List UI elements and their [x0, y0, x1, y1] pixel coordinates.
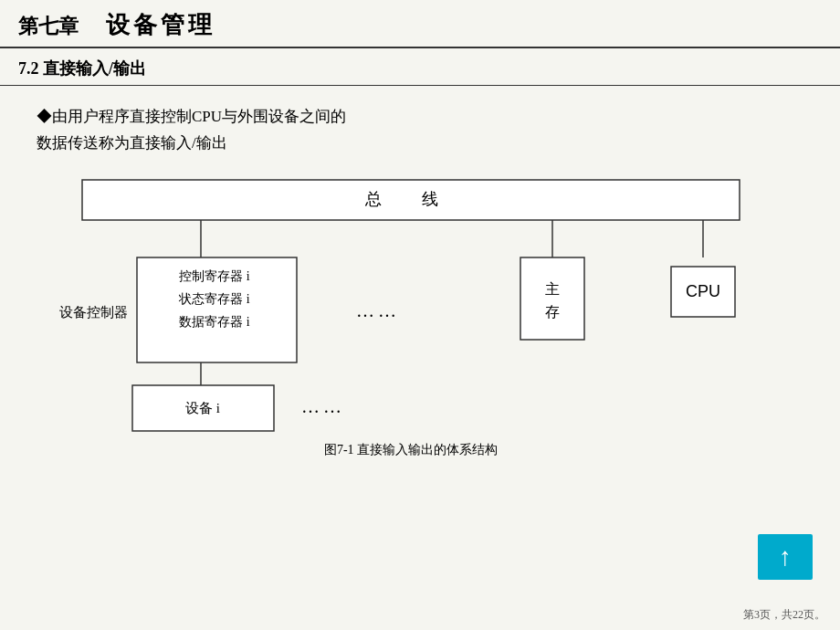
description-text: ◆由用户程序直接控制CPU与外围设备之间的 数据传送称为直接输入/输出 [37, 104, 803, 157]
svg-text:……: …… [356, 300, 400, 320]
svg-text:数据寄存器 i: 数据寄存器 i [179, 315, 250, 329]
bullet-line2: 数据传送称为直接输入/输出 [37, 134, 227, 152]
chapter-label: 第七章 [18, 13, 79, 40]
architecture-diagram: 总 线 控制寄存器 i 状态寄存器 i 数据寄存器 i 设备控制器 …… 主 存… [46, 175, 794, 467]
svg-text:设备控制器: 设备控制器 [59, 305, 128, 320]
svg-text:……: …… [301, 396, 345, 416]
svg-text:CPU: CPU [686, 282, 720, 300]
nav-up-icon: ↑ [779, 542, 792, 572]
bullet-line1: ◆由用户程序直接控制CPU与外围设备之间的 [37, 108, 346, 125]
page-title: 设备管理 [106, 9, 215, 41]
svg-text:设备 i: 设备 i [185, 401, 220, 415]
svg-text:图7-1  直接输入输出的体系结构: 图7-1 直接输入输出的体系结构 [324, 443, 498, 457]
page-header: 第七章 设备管理 [0, 0, 840, 48]
svg-text:总    线: 总 线 [364, 190, 457, 208]
diagram-container: 总 线 控制寄存器 i 状态寄存器 i 数据寄存器 i 设备控制器 …… 主 存… [46, 175, 794, 471]
svg-text:控制寄存器 i: 控制寄存器 i [179, 269, 250, 283]
section-title: 7.2 直接输入/输出 [0, 48, 840, 86]
page-number: 第3页，共22页。 [743, 607, 825, 623]
svg-text:主: 主 [545, 281, 560, 297]
svg-text:状态寄存器 i: 状态寄存器 i [178, 292, 250, 306]
svg-rect-11 [520, 257, 584, 340]
main-content: ◆由用户程序直接控制CPU与外围设备之间的 数据传送称为直接输入/输出 总 线 … [0, 86, 840, 489]
nav-up-button[interactable]: ↑ [758, 534, 813, 580]
svg-text:存: 存 [545, 304, 560, 320]
